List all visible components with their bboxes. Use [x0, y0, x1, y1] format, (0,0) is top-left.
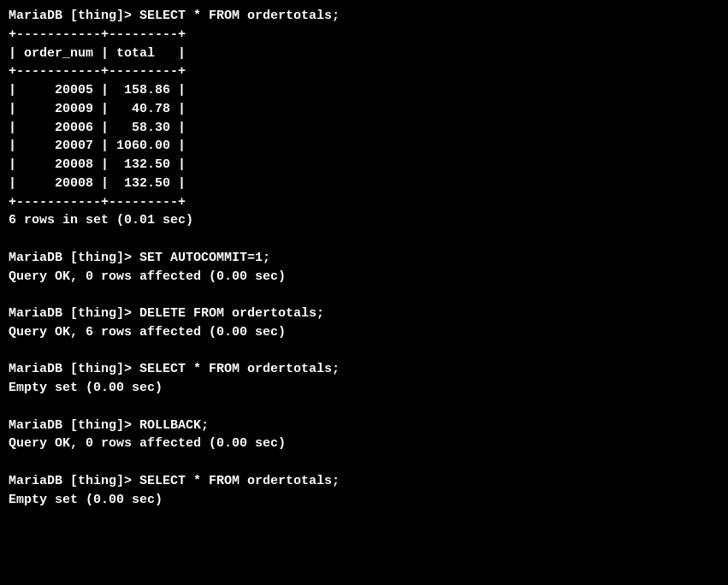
- terminal-line: | 20008 | 132.50 |: [9, 156, 719, 174]
- terminal-line: +-----------+---------+: [9, 26, 719, 44]
- terminal-line: | 20005 | 158.86 |: [9, 81, 719, 100]
- terminal-line: [9, 342, 719, 361]
- terminal-line: 6 rows in set (0.01 sec): [9, 211, 719, 230]
- terminal-line: Query OK, 0 rows affected (0.00 sec): [9, 434, 719, 453]
- terminal-line: +-----------+---------+: [9, 62, 719, 81]
- terminal-line: Query OK, 0 rows affected (0.00 sec): [9, 268, 719, 287]
- terminal-line: Empty set (0.00 sec): [9, 379, 719, 398]
- terminal-line: MariaDB [thing]> SET AUTOCOMMIT=1;: [9, 249, 719, 268]
- terminal-line: | 20006 | 58.30 |: [9, 119, 719, 138]
- terminal-line: MariaDB [thing]> SELECT * FROM ordertota…: [9, 7, 719, 26]
- terminal-line: [9, 453, 719, 472]
- terminal-line: | 20007 | 1060.00 |: [9, 137, 719, 156]
- terminal-line: | order_num | total |: [9, 44, 719, 63]
- terminal-line: Query OK, 6 rows affected (0.00 sec): [9, 323, 719, 342]
- terminal-line: MariaDB [thing]> ROLLBACK;: [9, 417, 719, 435]
- terminal-line: [9, 398, 719, 417]
- terminal-output: MariaDB [thing]> SELECT * FROM ordertota…: [9, 7, 719, 509]
- terminal-line: | 20009 | 40.78 |: [9, 100, 719, 119]
- terminal-line: MariaDB [thing]> SELECT * FROM ordertota…: [9, 360, 719, 379]
- terminal-line: +-----------+---------+: [9, 193, 719, 212]
- terminal-line: MariaDB [thing]> SELECT * FROM ordertota…: [9, 472, 719, 491]
- terminal-line: [9, 286, 719, 304]
- terminal-line: [9, 230, 719, 249]
- terminal-line: MariaDB [thing]> DELETE FROM ordertotals…: [9, 304, 719, 323]
- terminal-line: | 20008 | 132.50 |: [9, 174, 719, 193]
- terminal-line: Empty set (0.00 sec): [9, 491, 719, 510]
